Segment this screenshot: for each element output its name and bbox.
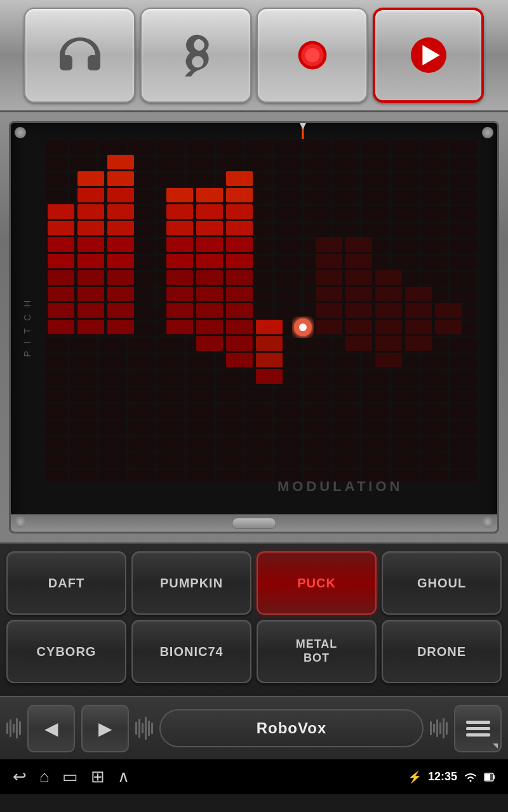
- player-bar: ◀ ▶ RoboVox: [0, 696, 508, 759]
- svg-rect-73: [316, 287, 342, 301]
- svg-rect-60: [226, 270, 253, 285]
- up-nav-icon[interactable]: ∧: [117, 767, 130, 787]
- svg-rect-95: [435, 303, 462, 318]
- preset-metalbot-button[interactable]: METALBOT: [257, 620, 377, 683]
- preset-puck-button[interactable]: PUCK: [257, 551, 377, 615]
- svg-rect-56: [226, 336, 253, 351]
- svg-rect-85: [375, 336, 402, 351]
- svg-rect-33: [107, 188, 134, 202]
- svg-rect-63: [226, 221, 253, 235]
- svg-rect-75: [316, 254, 342, 268]
- svg-rect-20: [77, 237, 104, 252]
- screw-br: [482, 516, 493, 528]
- preset-bionic74-button[interactable]: BIONIC74: [131, 620, 251, 683]
- wdot: [145, 717, 147, 740]
- wdot: [13, 724, 15, 733]
- svg-rect-58: [226, 303, 253, 318]
- preset-cyborg-button[interactable]: CYBORG: [6, 620, 126, 683]
- toolbar: [0, 0, 508, 112]
- player-title: RoboVox: [159, 709, 424, 747]
- headphones-button[interactable]: [24, 8, 135, 103]
- time-display: 12:35: [428, 770, 457, 783]
- menu-line-3: [466, 733, 490, 737]
- svg-rect-65: [226, 188, 253, 202]
- usb-icon: ⚡: [408, 770, 422, 784]
- svg-rect-34: [107, 171, 134, 186]
- home-nav-icon[interactable]: ⌂: [39, 767, 50, 787]
- svg-rect-79: [345, 303, 372, 318]
- svg-rect-9: [48, 287, 74, 301]
- wdot: [138, 719, 140, 738]
- svg-rect-21: [77, 221, 104, 235]
- wdot: [430, 721, 432, 735]
- parrot-button[interactable]: [140, 8, 251, 103]
- preset-daft-button[interactable]: DAFT: [6, 551, 126, 615]
- wdot: [148, 721, 150, 736]
- grid-nav-icon[interactable]: ⊞: [91, 767, 105, 787]
- visualizer[interactable]: P I T C H: [9, 121, 499, 534]
- svg-rect-87: [375, 303, 402, 318]
- svg-rect-84: [375, 353, 402, 367]
- svg-rect-81: [345, 270, 372, 285]
- player-back-button[interactable]: ◀: [27, 705, 75, 752]
- presets-row-2: CYBORG BIONIC74 METALBOT DRONE: [6, 620, 502, 683]
- preset-pumpkin-button[interactable]: PUMPKIN: [131, 551, 251, 615]
- svg-rect-22: [77, 204, 104, 219]
- wdot: [19, 721, 21, 735]
- svg-rect-59: [226, 287, 253, 301]
- player-back-icon: ◀: [44, 718, 58, 739]
- wdot: [16, 718, 18, 738]
- svg-text:MODULATION: MODULATION: [277, 478, 403, 494]
- svg-rect-90: [405, 336, 432, 351]
- screw-tr: [482, 127, 493, 138]
- waveform-right: [430, 718, 448, 738]
- svg-rect-80: [345, 287, 372, 301]
- svg-rect-55: [226, 353, 253, 367]
- screw-bl: [15, 516, 26, 528]
- back-nav-icon[interactable]: ↩: [13, 767, 27, 787]
- waveform-left: [6, 718, 21, 738]
- pitch-label: P I T C H: [22, 298, 32, 357]
- svg-rect-47: [196, 303, 223, 318]
- svg-rect-19: [77, 254, 104, 268]
- svg-rect-88: [375, 287, 402, 301]
- wdot: [6, 723, 8, 734]
- svg-rect-32: [107, 204, 134, 219]
- presets-section: DAFT PUMPKIN PUCK GHOUL CYBORG BIONIC74 …: [0, 542, 508, 696]
- battery-icon: [484, 772, 495, 782]
- svg-rect-27: [107, 287, 134, 301]
- svg-rect-30: [107, 237, 134, 252]
- svg-rect-67: [256, 369, 283, 384]
- menu-button[interactable]: [454, 705, 502, 752]
- record-button[interactable]: [257, 8, 368, 103]
- svg-rect-18: [77, 270, 104, 285]
- svg-rect-92: [405, 303, 432, 318]
- svg-rect-50: [196, 254, 223, 268]
- play-button[interactable]: [373, 8, 484, 103]
- svg-rect-52: [196, 221, 223, 235]
- svg-rect-72: [316, 303, 342, 318]
- wifi-icon: [464, 772, 478, 782]
- player-forward-icon: ▶: [98, 718, 112, 739]
- menu-line-2: [466, 727, 490, 730]
- svg-rect-82: [345, 254, 372, 268]
- preset-drone-button[interactable]: DRONE: [382, 620, 502, 683]
- nav-icons: ↩ ⌂ ▭ ⊞ ∧: [13, 767, 130, 787]
- svg-rect-54: [196, 188, 223, 202]
- preset-ghoul-button[interactable]: GHOUL: [382, 551, 502, 615]
- svg-rect-45: [196, 336, 223, 351]
- svg-rect-42: [166, 221, 193, 235]
- svg-marker-101: [300, 123, 306, 129]
- svg-rect-93: [405, 287, 432, 301]
- svg-rect-106: [485, 774, 493, 780]
- visualizer-container: P I T C H: [0, 112, 508, 542]
- svg-rect-68: [256, 353, 283, 367]
- svg-rect-61: [226, 254, 253, 268]
- status-bar: ↩ ⌂ ▭ ⊞ ∧ ⚡ 12:35: [0, 759, 508, 794]
- eq-grid: MODULATION: [11, 123, 497, 532]
- recents-nav-icon[interactable]: ▭: [62, 767, 78, 787]
- svg-rect-104: [493, 775, 495, 779]
- wdot: [433, 724, 435, 733]
- player-forward-button[interactable]: ▶: [81, 705, 129, 752]
- svg-rect-31: [107, 221, 134, 235]
